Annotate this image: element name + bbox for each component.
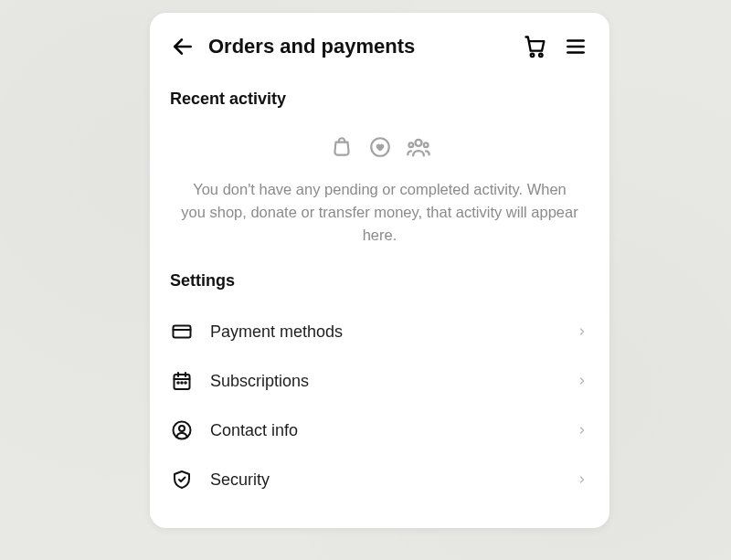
user-circle-icon <box>171 419 193 441</box>
svg-point-17 <box>181 382 183 384</box>
svg-point-20 <box>179 426 185 431</box>
svg-rect-10 <box>174 326 191 338</box>
settings-item-contact-info[interactable]: Contact info <box>170 406 589 455</box>
settings-item-security[interactable]: Security <box>170 455 589 504</box>
recent-activity-title: Recent activity <box>170 90 589 109</box>
svg-point-18 <box>185 382 186 384</box>
svg-point-2 <box>539 54 543 58</box>
settings-title: Settings <box>170 271 589 291</box>
chevron-right-icon <box>577 326 588 337</box>
menu-button[interactable] <box>562 33 589 60</box>
list-item-label: Subscriptions <box>210 372 558 391</box>
svg-point-8 <box>408 143 413 147</box>
arrow-left-icon <box>171 35 195 58</box>
chevron-right-icon <box>577 474 588 485</box>
settings-item-payment-methods[interactable]: Payment methods <box>170 307 589 356</box>
cart-icon <box>523 34 548 59</box>
svg-point-7 <box>415 140 421 146</box>
empty-state-text: You don't have any pending or completed … <box>170 178 589 246</box>
hamburger-icon <box>564 35 588 58</box>
svg-point-16 <box>177 382 179 384</box>
settings-item-subscriptions[interactable]: Subscriptions <box>170 356 589 406</box>
page-title: Orders and payments <box>208 35 509 58</box>
calendar-icon <box>171 370 193 392</box>
list-item-label: Payment methods <box>210 322 558 342</box>
people-icon <box>406 134 431 160</box>
empty-state-icons <box>170 134 589 160</box>
list-item-label: Contact info <box>210 421 558 440</box>
orders-payments-panel: Orders and payments Recent activity <box>150 13 609 528</box>
list-item-label: Security <box>210 470 558 490</box>
back-button[interactable] <box>170 34 196 59</box>
svg-point-1 <box>531 54 535 58</box>
chevron-right-icon <box>577 425 588 436</box>
cart-button[interactable] <box>522 33 549 60</box>
heart-circle-icon <box>368 135 392 159</box>
svg-point-9 <box>423 143 428 147</box>
settings-list: Payment methods Subscriptions <box>170 307 589 504</box>
shopping-bag-icon <box>330 135 354 159</box>
header-bar: Orders and payments <box>170 29 589 64</box>
credit-card-icon <box>171 321 193 343</box>
chevron-right-icon <box>577 375 588 386</box>
shield-check-icon <box>171 469 193 491</box>
